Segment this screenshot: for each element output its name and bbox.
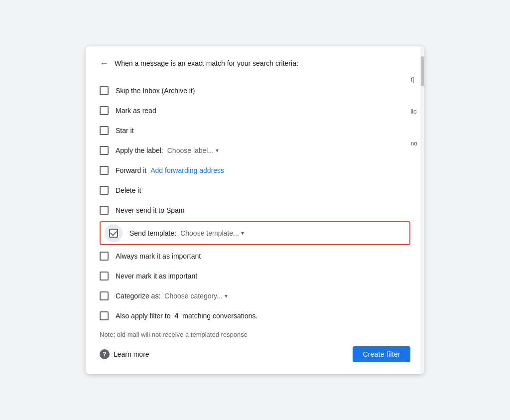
send-template-dropdown-value: Choose template... [180,229,239,237]
categorize-dropdown[interactable]: Choose category... ▾ [164,292,227,300]
option-delete-it: Delete it [100,180,410,200]
checkbox-apply-label[interactable] [100,146,109,155]
send-template-text: Send template: [129,229,176,237]
back-arrow-icon[interactable]: ← [100,58,109,69]
send-template-dropdown-arrow-icon: ▾ [241,230,244,237]
label-send-template: Send template: Choose template... ▾ [129,229,244,237]
label-apply-label: Apply the label: Choose label... ▾ [116,146,219,154]
learn-more-row: ? Learn more [100,349,149,359]
option-forward-it: Forward it Add forwarding address [100,160,410,180]
checkbox-star-it[interactable] [100,126,109,135]
label-never-important: Never mark it as important [116,272,197,280]
label-star-it: Star it [116,127,134,135]
add-forwarding-address-link[interactable]: Add forwarding address [150,166,224,174]
checkbox-send-template-wrapper [105,224,123,242]
apply-label-dropdown-value: Choose label... [167,146,214,154]
scrollbar-thumb [421,56,424,86]
option-star-it: Star it [100,121,410,140]
option-mark-as-read: Mark as read [100,101,410,121]
checkbox-skip-inbox[interactable] [100,86,109,95]
apply-filter-count: 4 [175,312,179,320]
side-label-no: no [411,140,417,147]
apply-label-dropdown[interactable]: Choose label... ▾ [167,146,219,154]
help-icon[interactable]: ? [100,349,110,359]
label-forward-it: Forward it Add forwarding address [116,166,224,174]
forward-it-text: Forward it [116,166,146,174]
dialog-footer: ? Learn more Create filter [100,346,410,362]
checkbox-forward-it[interactable] [100,166,109,175]
option-skip-inbox: Skip the Inbox (Archive it) [100,81,410,101]
option-apply-filter: Also apply filter to 4 matching conversa… [100,306,410,326]
categorize-dropdown-value: Choose category... [164,292,222,300]
checkbox-send-template[interactable] [109,229,118,238]
checkbox-mark-as-read[interactable] [100,106,109,115]
option-never-important: Never mark it as important [100,266,410,286]
create-filter-button[interactable]: Create filter [353,346,410,362]
filter-dialog: t] llo no ← When a message is an exact m… [86,46,424,374]
label-delete-it: Delete it [116,186,141,194]
label-always-important: Always mark it as important [116,252,201,260]
dialog-header: ← When a message is an exact match for y… [100,58,410,71]
note-text: Note: old mail will not receive a templa… [100,331,410,338]
option-apply-label: Apply the label: Choose label... ▾ [100,140,410,160]
scrollbar[interactable] [420,46,424,374]
categorize-text: Categorize as: [116,292,160,300]
option-never-spam: Never send it to Spam [100,200,410,220]
label-never-spam: Never send it to Spam [116,206,185,214]
label-apply-label-text: Apply the label: [116,146,163,154]
checkbox-delete-it[interactable] [100,186,109,195]
learn-more-label[interactable]: Learn more [114,350,149,358]
option-categorize: Categorize as: Choose category... ▾ [100,286,410,306]
checkbox-never-spam[interactable] [100,206,109,215]
side-labels: t] llo no [411,76,417,147]
label-categorize: Categorize as: Choose category... ▾ [116,292,228,300]
apply-filter-suffix: matching conversations. [182,312,257,320]
apply-filter-prefix: Also apply filter to [116,312,171,320]
side-label-t: t] [411,76,417,83]
categorize-dropdown-arrow-icon: ▾ [225,292,228,299]
label-apply-filter: Also apply filter to 4 matching conversa… [116,312,257,320]
checkbox-never-important[interactable] [100,272,109,280]
header-description: When a message is an exact match for you… [115,59,298,67]
checkbox-apply-filter[interactable] [100,311,109,320]
send-template-dropdown[interactable]: Choose template... ▾ [180,229,244,237]
option-always-important: Always mark it as important [100,246,410,266]
label-mark-as-read: Mark as read [116,107,156,115]
option-send-template: Send template: Choose template... ▾ [100,221,410,245]
apply-label-dropdown-arrow-icon: ▾ [216,147,219,154]
checkbox-always-important[interactable] [100,252,109,261]
label-skip-inbox: Skip the Inbox (Archive it) [116,87,195,95]
checkbox-categorize[interactable] [100,291,109,300]
side-label-llo: llo [411,108,417,115]
